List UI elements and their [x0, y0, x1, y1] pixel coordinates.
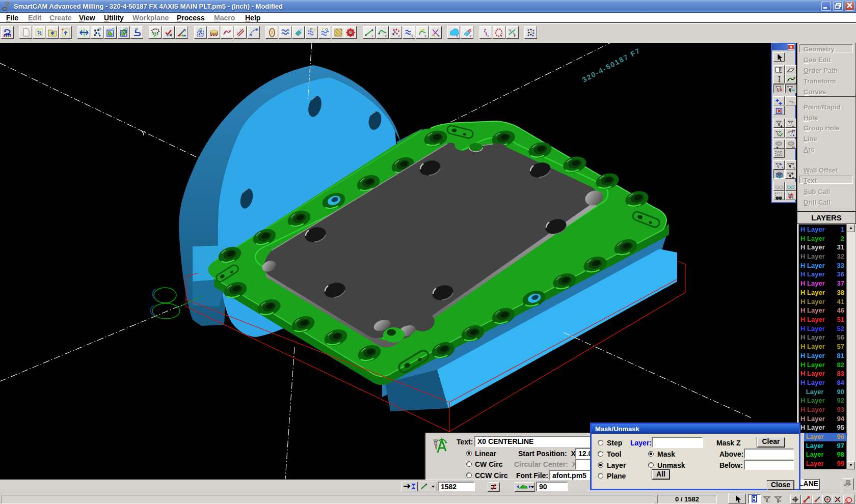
svg-text:Y: Y — [141, 129, 146, 137]
